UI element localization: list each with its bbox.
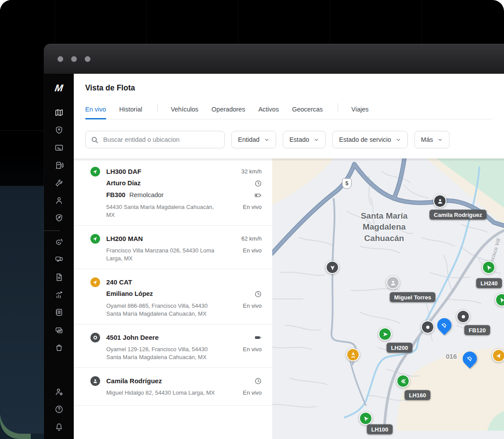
trailer-pin-fb120[interactable]	[434, 315, 454, 335]
notifications-icon	[54, 422, 64, 433]
trailer-pin-016[interactable]	[460, 349, 479, 368]
sidebar-item-logs[interactable]	[44, 304, 74, 322]
sidebar-item-maintenance[interactable]	[44, 175, 74, 192]
maintenance-icon	[54, 178, 64, 189]
entity-title: 240 CAT	[106, 276, 218, 288]
filter-dropdown-estado[interactable]: Estado	[283, 131, 326, 148]
list-item[interactable]: LH300 DAFArturo DíazFB300Remolcador54430…	[74, 158, 272, 226]
map-place-label: Santa MaríaMagdalenaCahuacán	[361, 210, 408, 244]
vehicle-marker-heading-south[interactable]	[326, 261, 339, 274]
list-item[interactable]: 4501 John DeereOyamel 129-126, Francisco…	[74, 324, 272, 368]
entity-info: LH300 DAFArturo DíazFB300Remolcador54430…	[106, 166, 218, 219]
sidebar-item-tachograph[interactable]	[44, 234, 74, 252]
clock-icon	[255, 177, 262, 189]
entity-meta: 62 km/hEn vivo	[224, 233, 262, 262]
tab-operadores[interactable]: Operadores	[212, 102, 245, 119]
sidebar-item-devices[interactable]	[44, 322, 74, 339]
person-icon	[389, 279, 397, 287]
sidebar-item-admin[interactable]	[44, 384, 74, 401]
speed-shield-icon	[54, 213, 64, 224]
tab-vehículos[interactable]: Vehículos	[171, 102, 198, 119]
sidebar-item-map[interactable]	[44, 104, 74, 122]
bg-grid-line	[421, 0, 422, 44]
person-marker-miguel-torres[interactable]	[386, 276, 400, 289]
entity-driver: Arturo Díaz	[106, 177, 218, 189]
sidebar-item-dashcam[interactable]	[44, 140, 74, 157]
tab-separator	[338, 103, 338, 112]
map-label-miguel-torres[interactable]: Miguel Torres	[390, 292, 436, 302]
admin-icon	[54, 387, 64, 398]
list-item[interactable]: LH200 MANFrancisco Villa Manzana 026, 54…	[74, 226, 272, 269]
hero-composition: M Vista de Flota En vivoHistorialVehícul…	[0, 0, 504, 439]
speed-value: 32 km/h	[241, 166, 262, 177]
vehicle-marker-lh160[interactable]	[396, 374, 410, 388]
entity-info: 4501 John DeereOyamel 129-126, Francisco…	[106, 331, 218, 361]
sidebar-item-fuel[interactable]	[44, 157, 74, 175]
entity-title: LH300 DAF	[106, 166, 218, 177]
sidebar-item-operators[interactable]	[44, 192, 74, 210]
entity-meta: En vivo	[224, 331, 262, 361]
map-label-camila-rodríguez[interactable]: Camila Rodríguez	[429, 210, 486, 220]
list-item[interactable]: Camila RodríguezMiguel Hidalgo 82, 54430…	[74, 368, 272, 406]
map-panel[interactable]: Santa MaríaMagdalenaCahuacán 5 Francisco…	[272, 158, 504, 439]
map-label-lh200[interactable]: LH200	[386, 343, 412, 353]
vehicle-marker-yellow-climb[interactable]	[346, 348, 360, 361]
search-input[interactable]	[102, 136, 219, 144]
tab-bar: En vivoHistorialVehículosOperadoresActiv…	[85, 102, 493, 119]
entity-address: 54430 Santa María Magdalena Cahuacán, MX	[106, 203, 218, 219]
sidebar-item-reports[interactable]	[44, 287, 74, 304]
tab-activos[interactable]: Activos	[258, 102, 279, 119]
trailer-icon	[466, 355, 474, 363]
filter-dropdown-entidad[interactable]: Entidad	[231, 131, 276, 148]
stopped-vehicle-marker-1[interactable]	[457, 310, 470, 323]
vehicle-marker-lh100[interactable]	[359, 412, 372, 425]
map-label-lh240[interactable]: LH240	[476, 278, 502, 288]
sidebar-item-notifications[interactable]	[44, 419, 74, 436]
sidebar-item-marketplace[interactable]	[44, 339, 74, 357]
map-label-fb120[interactable]: FB120	[464, 325, 490, 335]
vehicle-marker-yellow-edge[interactable]	[492, 349, 504, 362]
map-icon	[54, 108, 64, 119]
reports-icon	[54, 290, 64, 301]
vehicle-marker-lh240[interactable]	[482, 261, 495, 274]
entity-meta: En vivo	[224, 375, 262, 399]
sidebar-item-shield[interactable]	[44, 122, 74, 140]
map-label-lh160[interactable]: LH160	[404, 390, 430, 400]
filter-bar: EntidadEstadoEstado de servicioMás	[85, 131, 493, 148]
sidebar-item-messages[interactable]	[44, 252, 74, 269]
window-dot[interactable]	[58, 56, 63, 62]
battery-low-icon	[255, 189, 262, 201]
stopped-vehicle-marker-2[interactable]	[421, 320, 434, 334]
bg-grid-line	[330, 0, 330, 44]
sidebar-nav	[44, 104, 74, 357]
sidebar-item-documents[interactable]	[44, 269, 74, 287]
tab-en-vivo[interactable]: En vivo	[85, 102, 106, 119]
dot-icon	[460, 313, 467, 320]
list-item[interactable]: 240 CATEmiliano LópezOyamel 866-865, Fra…	[74, 269, 272, 324]
shield-icon	[54, 126, 64, 137]
vehicle-marker-lh200[interactable]	[378, 327, 392, 341]
page-header: Vista de Flota En vivoHistorialVehículos…	[74, 74, 504, 148]
map-label-lh100[interactable]: LH100	[367, 425, 392, 435]
sidebar-item-speed-shield[interactable]	[44, 210, 74, 227]
filter-dropdown-estado-de-servicio[interactable]: Estado de servicio	[332, 131, 407, 148]
route-shield-5: 5	[342, 178, 352, 189]
dropdown-label: Más	[421, 136, 433, 143]
entity-driver: Emiliano López	[106, 288, 218, 300]
tab-viajes[interactable]: Viajes	[351, 102, 368, 119]
sidebar-item-help[interactable]	[44, 401, 74, 419]
entity-status-icon-nav	[90, 234, 100, 244]
window-dot[interactable]	[71, 56, 77, 62]
filter-dropdown-más[interactable]: Más	[414, 131, 450, 148]
marketplace-icon	[54, 343, 64, 354]
tab-geocercas[interactable]: Geocercas	[292, 102, 323, 119]
entity-meta: En vivo	[224, 276, 262, 317]
entity-title: LH200 MAN	[106, 233, 218, 245]
window-dot[interactable]	[85, 56, 90, 62]
operators-icon	[54, 196, 64, 207]
person-marker-camila-rodriguez[interactable]	[433, 194, 446, 208]
entity-asset: FB300Remolcador	[106, 189, 218, 201]
entity-status-icon-nav	[90, 277, 100, 287]
tab-historial[interactable]: Historial	[119, 102, 142, 119]
nav-icon	[497, 295, 504, 305]
